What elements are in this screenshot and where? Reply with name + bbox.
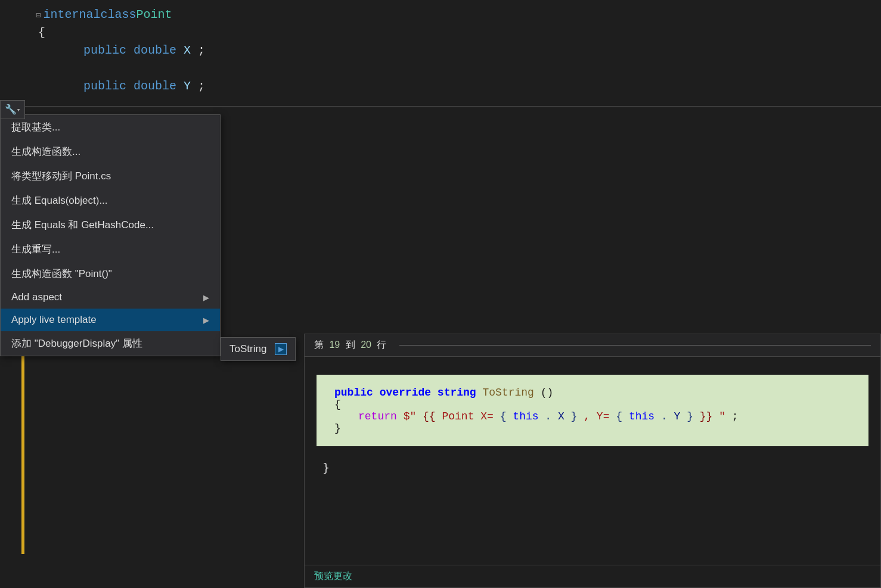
preview-code-line4: }	[334, 422, 851, 434]
editor-divider	[25, 106, 881, 107]
menu-item-generate-constructor-point[interactable]: 生成构造函数 "Point()"	[1, 262, 220, 286]
submenu-item-tostring[interactable]: ToString ▶	[221, 338, 295, 360]
submenu-live-template: ToString ▶	[221, 337, 296, 361]
preview-line-end: 20	[361, 340, 371, 350]
preview-header-line	[399, 345, 871, 346]
keyword-double-y: double	[134, 79, 184, 93]
menu-item-generate-equals-hashcode[interactable]: 生成 Equals 和 GetHashCode...	[1, 213, 220, 237]
preview-code-container: public override string ToString () { ret…	[305, 357, 880, 483]
field-x: X	[184, 43, 191, 57]
preview-changes-link[interactable]: 预览更改	[314, 571, 352, 581]
code-line-x: public double X ;	[36, 42, 845, 60]
preview-closing-brace: }	[322, 461, 330, 475]
keyword-internal: internal	[43, 6, 100, 24]
code-line-y: public double Y ;	[36, 77, 845, 95]
add-aspect-arrow: ▶	[203, 293, 209, 302]
indent-y: public double Y ;	[36, 79, 205, 93]
code-line-empty	[36, 60, 845, 77]
preview-line-start: 19	[329, 340, 340, 350]
preview-code-block: public override string ToString () { ret…	[317, 375, 868, 446]
preview-footer: 预览更改	[305, 565, 880, 587]
field-y: Y	[184, 79, 191, 93]
semicolon-x: ;	[198, 43, 205, 57]
indent-x: public double X ;	[36, 43, 205, 57]
context-menu: 提取基类... 生成构造函数... 将类型移动到 Point.cs 生成 Equ…	[0, 114, 221, 356]
wrench-dropdown-arrow: ▾	[17, 106, 21, 114]
preview-panel: 第 19 到 20 行 public override string ToStr…	[304, 334, 881, 588]
preview-code-line2: {	[334, 399, 851, 410]
wrench-icon: 🔧	[5, 104, 17, 116]
classname-point: Point	[136, 6, 172, 24]
menu-item-generate-equals[interactable]: 生成 Equals(object)...	[1, 188, 220, 213]
code-line-class: ⊟ internal class Point	[36, 6, 845, 24]
keyword-public-x: public	[83, 43, 134, 57]
menu-item-generate-override[interactable]: 生成重写...	[1, 237, 220, 262]
change-indicator-bar	[21, 346, 24, 554]
preview-closing-brace-outer: }	[305, 458, 880, 477]
code-line-open-brace: {	[36, 24, 845, 42]
menu-item-apply-live-template[interactable]: Apply live template ▶	[1, 309, 220, 331]
preview-code-line1: public override string ToString ()	[334, 387, 851, 399]
keyword-class: class	[100, 6, 136, 24]
keyword-double-x: double	[134, 43, 184, 57]
menu-item-generate-constructor[interactable]: 生成构造函数...	[1, 139, 220, 164]
context-menu-trigger[interactable]: 🔧 ▾	[0, 100, 25, 119]
tostring-sub-arrow[interactable]: ▶	[275, 343, 287, 355]
menu-item-move-type[interactable]: 将类型移动到 Point.cs	[1, 164, 220, 188]
apply-live-template-arrow: ▶	[203, 316, 209, 325]
preview-line-range: 第 19 到 20 行	[314, 339, 386, 351]
preview-header: 第 19 到 20 行	[305, 334, 880, 357]
menu-item-extract-base[interactable]: 提取基类...	[1, 115, 220, 139]
menu-item-add-debugger-display[interactable]: 添加 "DebuggerDisplay" 属性	[1, 331, 220, 356]
semicolon-y: ;	[198, 79, 205, 93]
preview-code-line3: return $" {{ Point X= { this . X } , Y= …	[334, 410, 851, 422]
menu-item-add-aspect[interactable]: Add aspect ▶	[1, 286, 220, 309]
keyword-public-y: public	[83, 79, 134, 93]
open-brace: {	[36, 26, 45, 39]
collapse-icon: ⊟	[36, 10, 41, 22]
